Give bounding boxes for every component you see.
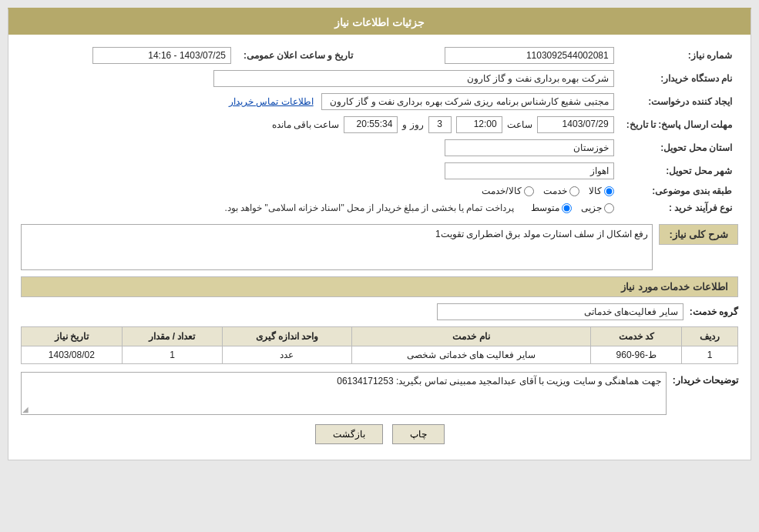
creator-value: مجتبی شفیع کارشناس برنامه ریزی شرکت بهره… xyxy=(321,93,614,110)
deadline-time-label: ساعت xyxy=(507,119,532,130)
deadline-remaining: 20:55:34 xyxy=(344,116,398,133)
general-desc-section-label: شرح کلی نیاز: xyxy=(659,224,738,245)
purchase-radio-motawaset[interactable]: متوسط xyxy=(531,202,572,213)
cell-name: سایر فعالیت های خدماتی شخصی xyxy=(351,346,591,364)
col-header-qty: تعداد / مقدار xyxy=(122,327,223,346)
col-header-code: کد خدمت xyxy=(591,327,682,346)
province-label: استان محل تحویل: xyxy=(620,136,738,159)
cell-row: 1 xyxy=(682,346,738,364)
col-header-date: تاریخ نیاز xyxy=(22,327,123,346)
resize-handle: ◢ xyxy=(22,405,29,413)
print-button[interactable]: چاپ xyxy=(392,424,445,444)
creator-label: ایجاد کننده درخواست: xyxy=(620,90,738,113)
buyer-org-label: نام دستگاه خریدار: xyxy=(620,67,738,90)
deadline-time: 12:00 xyxy=(456,116,502,133)
need-number-label: شماره نیاز: xyxy=(620,44,738,67)
cell-qty: 1 xyxy=(122,346,223,364)
purchase-radio-jozi[interactable]: جزیی xyxy=(581,202,614,213)
purchase-type-label: نوع فرآیند خرید : xyxy=(620,199,738,216)
cell-date: 1403/08/02 xyxy=(22,346,123,364)
service-group-value: سایر فعالیت‌های خدماتی xyxy=(437,303,683,320)
deadline-days: 3 xyxy=(428,116,452,133)
subject-radio-kala[interactable]: کالا xyxy=(589,186,614,196)
contact-link[interactable]: اطلاعات تماس خریدار xyxy=(229,96,314,107)
city-value: اهواز xyxy=(445,162,614,179)
deadline-date: 1403/07/29 xyxy=(537,116,614,133)
purchase-note: پرداخت تمام یا بخشی از مبلغ خریدار از مح… xyxy=(224,202,513,213)
announce-label: تاریخ و ساعت اعلان عمومی: xyxy=(237,44,359,67)
services-section-title: اطلاعات خدمات مورد نیاز xyxy=(21,276,738,297)
cell-code: ط-96-960 xyxy=(591,346,682,364)
col-header-row: ردیف xyxy=(682,327,738,346)
page-title: جزئیات اطلاعات نیاز xyxy=(8,10,751,35)
buyer-desc-value: جهت هماهنگی و سایت ویزیت با آقای عبدالمج… xyxy=(21,372,667,415)
subject-radio-kala-khedmat[interactable]: کالا/خدمت xyxy=(482,186,533,196)
deadline-day-label: روز و xyxy=(402,119,423,130)
announce-value: 1403/07/25 - 14:16 xyxy=(92,47,231,64)
buyer-org-value: شرکت بهره برداری نفت و گاز کارون xyxy=(213,70,614,87)
city-label: شهر محل تحویل: xyxy=(620,159,738,182)
deadline-remaining-label: ساعت باقی مانده xyxy=(272,119,340,130)
general-desc-value: رفع اشکال از سلف استارت مولد برق اضطراری… xyxy=(21,224,653,270)
table-row: 1 ط-96-960 سایر فعالیت های خدماتی شخصی ع… xyxy=(22,346,738,364)
back-button[interactable]: بازگشت xyxy=(315,424,383,444)
service-group-label: گروه خدمت: xyxy=(690,306,738,317)
province-value: خوزستان xyxy=(445,139,614,156)
buyer-desc-label: توضیحات خریدار: xyxy=(673,372,738,386)
col-header-name: نام خدمت xyxy=(351,327,591,346)
need-number-value: 1103092544002081 xyxy=(445,47,614,64)
subject-label: طبقه بندی موضوعی: xyxy=(620,182,738,199)
deadline-label: مهلت ارسال پاسخ: تا تاریخ: xyxy=(620,113,738,136)
col-header-unit: واحد اندازه گیری xyxy=(223,327,351,346)
subject-radio-khedmat[interactable]: خدمت xyxy=(543,186,579,196)
cell-unit: عدد xyxy=(223,346,351,364)
